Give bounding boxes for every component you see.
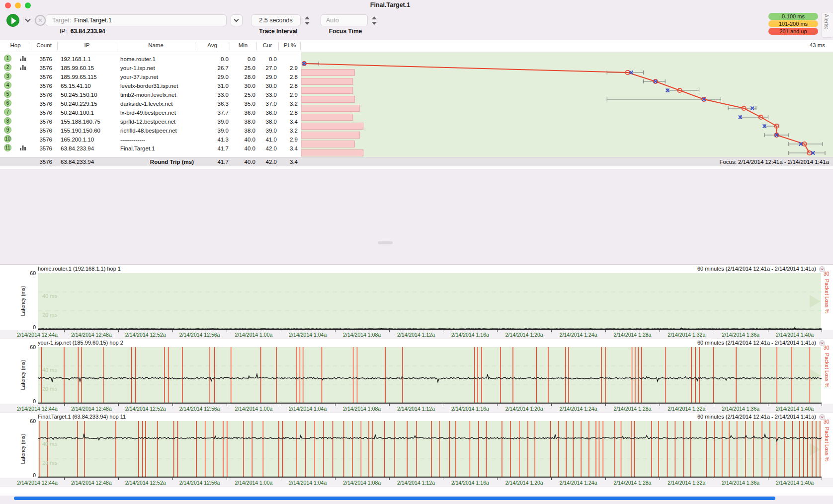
timeline-graph-header: Final.Target.1 (63.84.233.94) hop 11 60 … [0, 413, 833, 421]
timeline-plot[interactable]: 40 ms 20 ms [38, 347, 821, 404]
column-header-name[interactable]: Name [117, 42, 195, 48]
hop-table-row[interactable]: 23576185.99.60.15your-1.isp.net26.725.02… [0, 64, 318, 72]
hop-min: 30.0 [230, 81, 256, 90]
hop-table-row[interactable]: 33576185.99.65.115your-37.isp.net29.028.… [0, 72, 318, 81]
hop-packet-loss: 2.9 [278, 64, 299, 72]
start-trace-button[interactable] [6, 14, 19, 27]
start-options-chevron-icon[interactable] [25, 16, 30, 22]
stop-trace-button[interactable]: ✕ [35, 15, 46, 26]
column-header-count[interactable]: Count [31, 42, 57, 48]
hop-count: 3576 [31, 108, 53, 117]
trace-interval-input[interactable]: 2.5 seconds [251, 14, 301, 26]
hop-number-badge: 11 [4, 144, 11, 151]
hop-avg: 39.0 [195, 126, 230, 135]
hop-avg: 37.7 [195, 108, 230, 117]
target-dropdown-button[interactable] [231, 14, 243, 26]
timeline-plot-canvas [38, 347, 822, 404]
hop-number-badge: 6 [4, 99, 11, 107]
graph-shown-icon [20, 144, 26, 153]
hop-table-row[interactable]: 7357650.240.100.1lx-brd-49.bestpeer.net3… [0, 108, 318, 117]
table-header-row: Hop Count IP Name Avg Min Cur PL% 43 ms [0, 40, 833, 52]
focus-time-input[interactable]: Auto [321, 14, 368, 26]
hop-cur: 0.0 [256, 55, 278, 64]
hop-name: your-1.isp.net [120, 64, 195, 72]
timeline-plot[interactable]: 40 ms 20 ms [38, 273, 821, 330]
chevron-down-icon [821, 415, 824, 418]
timeline-range-label: 60 minutes (2/14/2014 12:41a - 2/14/2014… [697, 266, 816, 272]
hop-min: 25.0 [230, 90, 256, 99]
hop-cur: 42.0 [256, 144, 278, 153]
column-header-avg[interactable]: Avg [195, 42, 230, 48]
chevron-down-icon [821, 267, 824, 270]
hop-table-body: 13576192.168.1.1home.router.10.00.00.023… [0, 52, 301, 157]
hop-min: 38.0 [230, 117, 256, 126]
ip-value: 63.84.233.94 [71, 28, 105, 35]
hop-cur: 36.0 [256, 108, 278, 117]
column-header-min[interactable]: Min [230, 42, 256, 48]
target-input[interactable]: Target:Final.Target.1 [46, 14, 227, 26]
hop-number-badge: 3 [4, 72, 11, 80]
hop-name: ------------- [120, 135, 195, 144]
hop-packet-loss: 3.4 [278, 117, 299, 126]
hop-table-row[interactable]: 83576155.188.160.75sprfld-12.bestpeer.ne… [0, 117, 318, 126]
hop-avg: 33.0 [195, 90, 230, 99]
target-input-label: Target: [52, 17, 71, 24]
time-tick-mark [822, 404, 822, 406]
hop-table-row[interactable]: 93576155.190.150.60richfld-48.bestpeer.n… [0, 126, 318, 135]
hop-packet-loss: 2.8 [278, 108, 299, 117]
hop-trace-chart[interactable] [301, 52, 833, 157]
column-separator [256, 42, 257, 50]
hop-name: sprfld-12.bestpeer.net [120, 117, 195, 126]
hop-table-row[interactable]: 4357665.15.41.10levelx-border31.isp.net3… [0, 81, 318, 90]
alert-level-green-badge: 0-100 ms [768, 13, 818, 20]
loss-axis-max-label: 30 [824, 345, 830, 351]
hop-packet-loss: 2.8 [278, 72, 299, 81]
hop-count: 3576 [31, 135, 53, 144]
stepper-down-icon [305, 22, 310, 25]
hop-cur: 39.0 [256, 126, 278, 135]
gridline-20ms-label: 20 ms [42, 386, 57, 392]
column-separator [117, 42, 117, 50]
hop-min: 25.0 [230, 64, 256, 72]
hop-ip: 50.240.100.1 [61, 108, 116, 117]
column-header-hop[interactable]: Hop [0, 42, 31, 48]
hop-number-badge: 8 [4, 117, 11, 125]
hop-avg: 39.0 [195, 117, 230, 126]
hop-min: 28.0 [230, 72, 256, 81]
hop-count: 3576 [31, 64, 53, 72]
y-axis-title: Latency (ms) [20, 273, 26, 329]
hop-count: 3576 [31, 55, 53, 64]
hop-table-row[interactable]: 5357650.245.150.10timb2-moon.levelx.net3… [0, 90, 318, 99]
column-header-pl[interactable]: PL% [278, 42, 301, 48]
rt-ip: 63.84.233.94 [61, 157, 116, 167]
horizontal-scrollbar-thumb[interactable] [14, 497, 775, 500]
hop-avg: 41.3 [195, 135, 230, 144]
alert-level-yellow-badge: 101-200 ms [768, 20, 818, 27]
focus-time-stepper[interactable] [371, 15, 377, 26]
hop-table-row[interactable]: 13576192.168.1.1home.router.10.00.00.0 [0, 55, 318, 64]
hop-table-row[interactable]: 11357663.84.233.94Final.Target.141.740.0… [0, 144, 318, 153]
hop-count: 3576 [31, 126, 53, 135]
rt-count: 3576 [31, 157, 53, 167]
y-axis-title: Latency (ms) [20, 347, 26, 403]
column-header-ip[interactable]: IP [57, 42, 117, 48]
hop-number-badge: 2 [4, 64, 11, 71]
panel-splitter-handle[interactable] [378, 241, 393, 244]
column-header-cur[interactable]: Cur [256, 42, 278, 48]
hop-number-badge: 4 [4, 81, 11, 89]
stepper-up-icon [305, 16, 310, 19]
hop-avg: 29.0 [195, 72, 230, 81]
hop-ip: 185.99.65.115 [61, 72, 116, 81]
timeline-plot[interactable]: 40 ms 20 ms [38, 421, 821, 478]
hop-table-row[interactable]: 103576165.200.1.10-------------41.340.04… [0, 135, 318, 144]
hop-packet-loss: 3.4 [278, 144, 299, 153]
hop-packet-loss: 2.9 [278, 135, 299, 144]
hop-table-row[interactable]: 6357650.240.229.15darkside-1.levelx.net3… [0, 99, 318, 108]
trace-interval-stepper[interactable] [304, 15, 310, 26]
horizontal-scrollbar-track [0, 494, 833, 504]
hop-avg: 36.3 [195, 99, 230, 108]
time-tick-mark [822, 478, 822, 480]
hop-min: 0.0 [230, 55, 256, 64]
column-separator [300, 42, 301, 50]
hop-min: 40.0 [230, 144, 256, 153]
